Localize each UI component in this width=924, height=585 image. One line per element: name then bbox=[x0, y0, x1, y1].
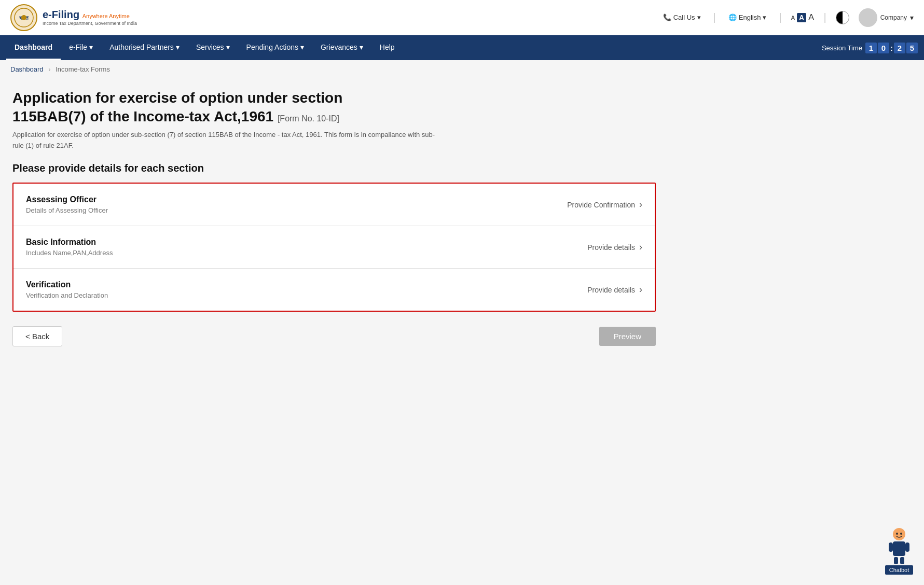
basic-info-subtitle: Includes Name,PAN,Address bbox=[26, 249, 113, 257]
emblem-icon: भारत bbox=[10, 4, 37, 31]
contrast-button[interactable] bbox=[836, 11, 849, 24]
section-left-verification: Verification Verification and Declaratio… bbox=[26, 280, 108, 299]
sections-container: Assessing Officer Details of Assessing O… bbox=[12, 183, 656, 312]
nav-help[interactable]: Help bbox=[371, 35, 403, 60]
nav-dashboard[interactable]: Dashboard bbox=[6, 35, 61, 60]
verification-title: Verification bbox=[26, 280, 108, 289]
nav-pending-actions[interactable]: Pending Actions ▾ bbox=[238, 35, 312, 60]
session-m1: 2 bbox=[894, 43, 905, 53]
call-dropdown-icon: ▾ bbox=[697, 13, 701, 21]
header-right: 📞 Call Us ▾ | 🌐 English ▾ | A A A | Comp… bbox=[660, 8, 914, 27]
session-m2: 5 bbox=[906, 43, 918, 53]
svg-rect-6 bbox=[889, 542, 893, 552]
top-header: भारत e-Filing Anywhere Anytime Income Ta… bbox=[0, 0, 924, 35]
basic-info-chevron-icon: › bbox=[639, 242, 642, 253]
user-area[interactable]: Company ▾ bbox=[859, 8, 914, 27]
section-right-basic-info: Provide details › bbox=[587, 242, 642, 253]
assessing-officer-action: Provide Confirmation bbox=[567, 201, 635, 209]
section-row-basic-info[interactable]: Basic Information Includes Name,PAN,Addr… bbox=[13, 226, 655, 269]
user-name: Company bbox=[880, 14, 907, 21]
nav-grievances[interactable]: Grievances ▾ bbox=[312, 35, 371, 60]
logo-text: e-Filing Anywhere Anytime Income Tax Dep… bbox=[43, 9, 137, 26]
session-colon: : bbox=[890, 44, 893, 52]
user-dropdown-icon: ▾ bbox=[910, 13, 914, 22]
grievances-dropdown-icon: ▾ bbox=[360, 43, 363, 51]
nav-efile[interactable]: e-File ▾ bbox=[61, 35, 101, 60]
logo-title: e-Filing Anywhere Anytime bbox=[43, 9, 137, 21]
preview-button[interactable]: Preview bbox=[599, 327, 656, 346]
assessing-officer-title: Assessing Officer bbox=[26, 195, 108, 204]
partners-dropdown-icon: ▾ bbox=[176, 43, 180, 51]
section-prompt: Please provide details for each section bbox=[12, 162, 912, 174]
font-large-button[interactable]: A bbox=[808, 12, 814, 23]
breadcrumb-current: Income-tax Forms bbox=[56, 65, 110, 73]
assessing-officer-chevron-icon: › bbox=[639, 199, 642, 210]
svg-rect-5 bbox=[893, 541, 905, 556]
basic-info-action: Provide details bbox=[587, 243, 635, 252]
section-right-assessing-officer: Provide Confirmation › bbox=[567, 199, 642, 210]
svg-point-10 bbox=[896, 533, 898, 535]
chatbot-widget[interactable]: Chatbot bbox=[885, 527, 914, 575]
section-row-assessing-officer[interactable]: Assessing Officer Details of Assessing O… bbox=[13, 184, 655, 226]
logo-subtitle: Income Tax Department, Government of Ind… bbox=[43, 21, 137, 26]
avatar bbox=[859, 8, 877, 27]
basic-info-title: Basic Information bbox=[26, 238, 113, 247]
verification-chevron-icon: › bbox=[639, 284, 642, 295]
divider3: | bbox=[823, 11, 826, 23]
svg-point-4 bbox=[893, 528, 905, 540]
chatbot-figure-icon bbox=[885, 527, 914, 564]
nav-authorised-partners[interactable]: Authorised Partners ▾ bbox=[101, 35, 188, 60]
session-h1: 1 bbox=[865, 43, 877, 53]
logo-tagline: Anywhere Anytime bbox=[82, 13, 130, 19]
svg-point-3 bbox=[21, 15, 26, 20]
globe-icon: 🌐 bbox=[728, 13, 737, 21]
divider1: | bbox=[713, 11, 716, 23]
section-row-verification[interactable]: Verification Verification and Declaratio… bbox=[13, 269, 655, 311]
nav-bar: Dashboard e-File ▾ Authorised Partners ▾… bbox=[0, 35, 924, 60]
section-left-assessing-officer: Assessing Officer Details of Assessing O… bbox=[26, 195, 108, 214]
footer-buttons: < Back Preview bbox=[12, 326, 656, 346]
main-content: Application for exercise of option under… bbox=[0, 78, 924, 585]
font-controls: A A A bbox=[791, 12, 815, 23]
phone-icon: 📞 bbox=[663, 13, 671, 21]
svg-rect-9 bbox=[900, 557, 904, 564]
form-tag: [Form No. 10-ID] bbox=[278, 114, 339, 123]
section-left-basic-info: Basic Information Includes Name,PAN,Addr… bbox=[26, 238, 113, 257]
font-medium-button[interactable]: A bbox=[797, 13, 806, 22]
section-right-verification: Provide details › bbox=[587, 284, 642, 295]
services-dropdown-icon: ▾ bbox=[226, 43, 230, 51]
language-button[interactable]: 🌐 English ▾ bbox=[725, 11, 770, 23]
breadcrumb-dashboard-link[interactable]: Dashboard bbox=[10, 65, 44, 73]
chatbot-label: Chatbot bbox=[885, 565, 914, 575]
efile-dropdown-icon: ▾ bbox=[89, 43, 93, 51]
back-button[interactable]: < Back bbox=[12, 326, 62, 346]
breadcrumb: Dashboard › Income-tax Forms bbox=[0, 60, 924, 78]
session-digits: 1 0 : 2 5 bbox=[865, 43, 918, 53]
svg-rect-7 bbox=[905, 542, 909, 552]
verification-subtitle: Verification and Declaration bbox=[26, 291, 108, 299]
font-small-button[interactable]: A bbox=[791, 15, 795, 21]
session-timer: Session Time 1 0 : 2 5 bbox=[822, 43, 918, 53]
assessing-officer-subtitle: Details of Assessing Officer bbox=[26, 206, 108, 214]
nav-services[interactable]: Services ▾ bbox=[188, 35, 238, 60]
verification-action: Provide details bbox=[587, 286, 635, 294]
svg-point-11 bbox=[900, 533, 902, 535]
page-title: Application for exercise of option under… bbox=[12, 89, 912, 127]
call-us-button[interactable]: 📞 Call Us ▾ bbox=[660, 11, 704, 23]
pending-dropdown-icon: ▾ bbox=[300, 43, 304, 51]
lang-dropdown-icon: ▾ bbox=[763, 13, 766, 21]
breadcrumb-separator: › bbox=[48, 65, 50, 73]
page-description: Application for exercise of option under… bbox=[12, 130, 438, 151]
session-h2: 0 bbox=[878, 43, 889, 53]
divider2: | bbox=[779, 11, 781, 23]
logo-area: भारत e-Filing Anywhere Anytime Income Ta… bbox=[10, 4, 137, 31]
svg-rect-8 bbox=[894, 557, 898, 564]
